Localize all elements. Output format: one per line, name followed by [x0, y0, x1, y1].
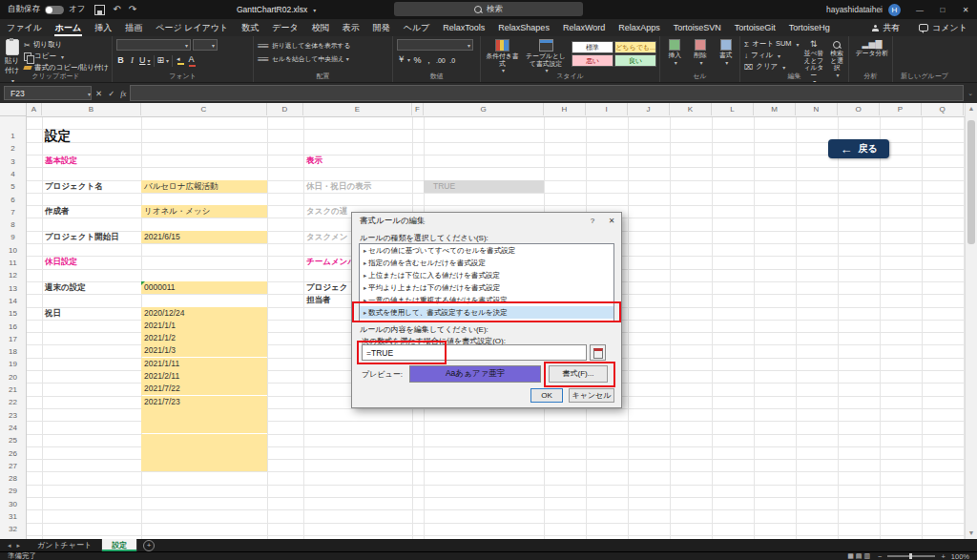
- row-header-27[interactable]: 27: [0, 460, 26, 472]
- rule-type-option-3[interactable]: 平均より上または下の値だけを書式設定: [360, 281, 613, 294]
- ribbon-tab-描画[interactable]: 描画: [118, 19, 149, 36]
- italic-button[interactable]: I: [128, 55, 136, 66]
- ribbon-tab-RelaxWord[interactable]: RelaxWord: [556, 19, 612, 36]
- delete-cells-button[interactable]: 削除: [690, 39, 712, 67]
- row-header-21[interactable]: 21: [0, 384, 26, 396]
- col-header-E[interactable]: E: [303, 103, 412, 115]
- cancel-entry-icon[interactable]: ✕: [95, 89, 102, 98]
- rule-type-option-4[interactable]: 一意の値または重複する値だけを書式設定: [360, 294, 613, 306]
- rule-type-option-0[interactable]: セルの値に基づいてすべてのセルを書式設定: [360, 244, 613, 257]
- ribbon-tab-TortoiseSVN[interactable]: TortoiseSVN: [667, 19, 728, 36]
- underline-button[interactable]: U: [139, 55, 151, 67]
- row-header-4[interactable]: 4: [0, 168, 26, 180]
- clear-button[interactable]: ⌧ クリア: [744, 62, 800, 72]
- wrap-text-button[interactable]: 折り返して全体を表示する: [272, 41, 351, 51]
- cell-E6[interactable]: 休日・祝日の表示: [303, 180, 412, 193]
- maximize-button[interactable]: [931, 0, 954, 19]
- row-header-32[interactable]: 32: [0, 523, 26, 535]
- row-header-9[interactable]: 9: [0, 231, 26, 243]
- row-header-13[interactable]: 13: [0, 282, 26, 295]
- sheet-nav-left-icon[interactable]: ◂: [8, 542, 11, 550]
- sheet-tab-ガントチャート[interactable]: ガントチャート: [28, 539, 102, 551]
- col-header-I[interactable]: I: [586, 103, 628, 115]
- zoom-level[interactable]: 100%: [951, 552, 969, 560]
- format-button[interactable]: 書式(F)...: [549, 365, 608, 383]
- ribbon-tab-TortoiseHg[interactable]: TortoiseHg: [782, 19, 837, 36]
- col-header-Q[interactable]: Q: [922, 103, 964, 115]
- row-header-15[interactable]: 15: [0, 307, 26, 320]
- cell-B4[interactable]: 基本設定: [42, 155, 141, 167]
- comments-button[interactable]: コメント: [909, 19, 977, 36]
- ribbon-tab-データ[interactable]: データ: [265, 19, 304, 36]
- save-icon[interactable]: [94, 5, 105, 15]
- autosum-button[interactable]: Σ オート SUM: [744, 39, 800, 49]
- ok-button[interactable]: OK: [530, 388, 563, 403]
- document-title[interactable]: GanttChartR02.xlsx: [237, 0, 316, 19]
- cell-B10[interactable]: プロジェクト開始日: [42, 231, 141, 243]
- cell-style-標準[interactable]: 標準: [572, 41, 613, 53]
- collapse-dialog-button[interactable]: [590, 344, 606, 361]
- font-size-combo[interactable]: [193, 39, 218, 51]
- scroll-up-icon[interactable]: ▲: [966, 103, 977, 114]
- col-header-B[interactable]: B: [42, 103, 141, 115]
- dialog-title-bar[interactable]: 書式ルールの編集 ? ✕: [352, 213, 621, 229]
- row-header-3[interactable]: 3: [0, 156, 26, 168]
- search-box[interactable]: 検索: [394, 2, 583, 16]
- cell-C19[interactable]: 2021/1/3: [141, 344, 267, 357]
- fill-color-button[interactable]: [176, 56, 184, 65]
- row-header-33[interactable]: 33: [0, 536, 26, 539]
- col-header-G[interactable]: G: [424, 103, 544, 115]
- increase-decimal-button[interactable]: .00: [436, 55, 446, 66]
- row-header-31[interactable]: 31: [0, 510, 26, 523]
- cell-G6[interactable]: TRUE: [424, 180, 544, 193]
- row-header-20[interactable]: 20: [0, 371, 26, 384]
- cell-C14[interactable]: 0000011: [141, 281, 267, 294]
- cell-C23[interactable]: 2021/7/23: [141, 396, 267, 408]
- cell-C25[interactable]: [141, 421, 267, 433]
- sheet-nav-right-icon[interactable]: ▸: [17, 542, 21, 550]
- expand-formula-bar-icon[interactable]: ⌄: [967, 90, 973, 97]
- row-header-12[interactable]: 12: [0, 269, 26, 281]
- cell-B8[interactable]: 作成者: [42, 205, 141, 218]
- conditional-formatting-button[interactable]: 条件付き書式: [485, 39, 520, 75]
- cell-style-悪い[interactable]: 悪い: [572, 54, 613, 67]
- cell-B12[interactable]: 休日設定: [42, 256, 141, 268]
- col-header-A[interactable]: A: [27, 103, 42, 115]
- zoom-in-icon[interactable]: +: [941, 552, 945, 560]
- new-sheet-button[interactable]: +: [143, 540, 155, 551]
- col-header-L[interactable]: L: [712, 103, 754, 115]
- ribbon-tab-RelaxShapes[interactable]: RelaxShapes: [491, 19, 556, 36]
- row-header-8[interactable]: 8: [0, 218, 26, 231]
- cell-E4[interactable]: 表示: [303, 155, 412, 167]
- row-header-5[interactable]: 5: [0, 180, 26, 193]
- cell-C10[interactable]: 2021/6/15: [141, 231, 267, 243]
- cell-C21[interactable]: 2021/2/11: [141, 370, 267, 383]
- ribbon-tab-数式[interactable]: 数式: [235, 19, 265, 36]
- name-box[interactable]: F23: [4, 86, 92, 100]
- font-name-combo[interactable]: [116, 39, 191, 51]
- row-header-23[interactable]: 23: [0, 409, 26, 422]
- ribbon-tab-ページ レイアウト[interactable]: ページ レイアウト: [149, 19, 235, 36]
- col-header-P[interactable]: P: [880, 103, 922, 115]
- currency-button[interactable]: ￥: [397, 54, 410, 66]
- scroll-down-icon[interactable]: ▼: [966, 528, 977, 539]
- sheet-tab-設定[interactable]: 設定: [102, 539, 137, 551]
- avatar[interactable]: H: [888, 4, 901, 16]
- row-header-19[interactable]: 19: [0, 358, 26, 370]
- rule-formula-input[interactable]: [362, 344, 587, 361]
- back-button[interactable]: ← 戻る: [828, 139, 889, 158]
- username[interactable]: hayashidataihei: [826, 5, 883, 14]
- data-analysis-button[interactable]: ▂▅▇ データ分析: [853, 39, 891, 57]
- col-header-D[interactable]: D: [267, 103, 303, 115]
- align-top-icons[interactable]: ≡≡≡: [258, 42, 268, 51]
- row-header-22[interactable]: 22: [0, 396, 26, 408]
- rule-type-option-2[interactable]: 上位または下位に入る値だけを書式設定: [360, 269, 613, 281]
- row-header-18[interactable]: 18: [0, 345, 26, 358]
- col-header-K[interactable]: K: [670, 103, 712, 115]
- formula-input[interactable]: [130, 85, 964, 101]
- row-header-30[interactable]: 30: [0, 498, 26, 510]
- zoom-slider[interactable]: [887, 555, 935, 557]
- col-header-N[interactable]: N: [796, 103, 838, 115]
- cell-style-どちらでも...[interactable]: どちらでも...: [614, 41, 656, 53]
- dialog-close-icon[interactable]: ✕: [602, 213, 621, 229]
